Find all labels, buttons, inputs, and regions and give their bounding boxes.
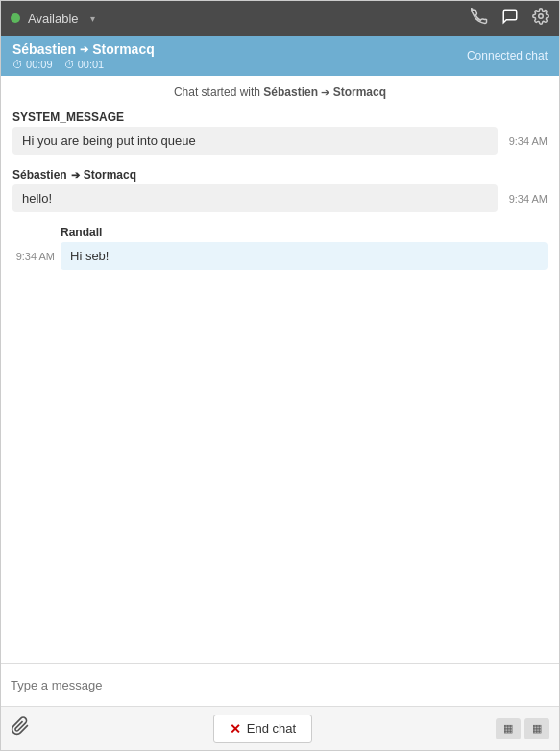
chat-started-first: Sébastien <box>263 85 318 99</box>
agent-sender-label: Randall <box>12 226 548 239</box>
agent-message-bubble: Hi seb! <box>61 242 548 270</box>
system-message-time: 9:34 AM <box>509 135 548 147</box>
attach-icon[interactable] <box>11 716 30 740</box>
customer-msg-first: Sébastien <box>12 168 67 182</box>
top-bar: Available ▾ <box>1 1 559 36</box>
top-bar-icons <box>471 8 549 29</box>
bottom-bar-right: ▦ ▦ <box>496 718 549 739</box>
agent-message-time: 9:34 AM <box>12 251 55 262</box>
settings-icon[interactable] <box>532 8 549 29</box>
top-bar-left: Available ▾ <box>11 12 95 26</box>
bottom-bar: ✕ End chat ▦ ▦ <box>1 706 559 750</box>
chat-started-label: Chat started with Sébastien ➔ Stormacq <box>12 85 548 99</box>
customer-last-name: Stormacq <box>92 41 155 57</box>
end-chat-button[interactable]: ✕ End chat <box>213 715 312 743</box>
system-message-row: Hi you are being put into queue 9:34 AM <box>12 127 548 155</box>
bottom-bar-left <box>11 716 30 740</box>
timer1: ⏱ 00:09 <box>12 59 53 70</box>
svg-point-0 <box>539 14 544 19</box>
phone-icon[interactable] <box>471 8 488 29</box>
customer-msg-last: Stormacq <box>84 168 136 182</box>
status-label: Available <box>28 12 79 26</box>
customer-sender-label: Sébastien ➔ Stormacq <box>12 168 548 182</box>
customer-message-group: Sébastien ➔ Stormacq hello! 9:34 AM <box>12 168 548 212</box>
chat-customer-name: Sébastien ➔ Stormacq <box>12 41 155 57</box>
customer-msg-arrow: ➔ <box>71 169 80 182</box>
chat-started-prefix: Chat started with <box>174 85 263 99</box>
grid-icon-2[interactable]: ▦ <box>524 718 549 739</box>
chat-body: Chat started with Sébastien ➔ Stormacq S… <box>1 76 559 663</box>
chat-started-arrow: ➔ <box>321 86 329 98</box>
grid-icon-1[interactable]: ▦ <box>496 718 521 739</box>
chat-icon[interactable] <box>501 8 519 29</box>
name-arrow-icon: ➔ <box>80 43 88 56</box>
system-sender-label: SYSTEM_MESSAGE <box>12 110 548 124</box>
chat-header-left: Sébastien ➔ Stormacq ⏱ 00:09 ⏱ 00:01 <box>12 41 155 70</box>
customer-first-name: Sébastien <box>12 41 76 57</box>
chat-started-last: Stormacq <box>333 85 386 99</box>
customer-message-row: hello! 9:34 AM <box>12 184 548 212</box>
end-chat-label: End chat <box>247 721 296 736</box>
customer-message-time: 9:34 AM <box>509 193 548 205</box>
message-input[interactable] <box>11 671 549 698</box>
input-area <box>1 663 559 706</box>
system-message-bubble: Hi you are being put into queue <box>12 127 498 155</box>
agent-message-row: 9:34 AM Hi seb! <box>12 242 548 270</box>
chat-header: Sébastien ➔ Stormacq ⏱ 00:09 ⏱ 00:01 Con… <box>1 36 559 76</box>
status-dot-icon <box>11 13 20 23</box>
agent-message-group: Randall 9:34 AM Hi seb! <box>12 226 548 270</box>
system-message-group: SYSTEM_MESSAGE Hi you are being put into… <box>12 110 548 155</box>
customer-message-bubble: hello! <box>12 184 498 212</box>
chat-connection-status: Connected chat <box>467 49 548 62</box>
timer2: ⏱ 00:01 <box>64 59 105 70</box>
end-chat-x-icon: ✕ <box>230 721 241 737</box>
status-dropdown-icon[interactable]: ▾ <box>90 13 95 24</box>
chat-timers: ⏱ 00:09 ⏱ 00:01 <box>12 59 155 70</box>
